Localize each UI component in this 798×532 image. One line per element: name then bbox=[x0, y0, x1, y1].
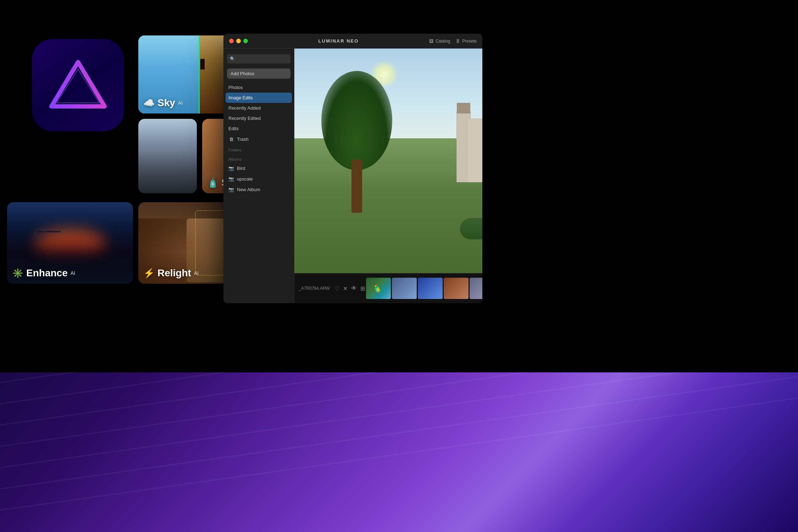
sidebar-item-upscale[interactable]: 📷 upscale bbox=[223, 173, 294, 184]
sidebar-edits-label: Edits bbox=[228, 126, 239, 131]
title-bar-actions: 🖼 Catalog 🎛 Presets bbox=[429, 39, 477, 44]
sidebar-trash-label: Trash bbox=[237, 137, 249, 142]
bird-album-label: Bird bbox=[237, 166, 245, 171]
castle-roof-left bbox=[457, 103, 470, 113]
favorite-icon[interactable]: ♡ bbox=[334, 285, 339, 292]
sky-icon: ☁️ bbox=[143, 98, 155, 109]
strip-thumbnails bbox=[366, 278, 482, 299]
photo-castle bbox=[453, 94, 482, 182]
app-icon bbox=[32, 39, 124, 131]
tree-trunk bbox=[351, 160, 362, 213]
search-bar[interactable]: 🔍 bbox=[227, 54, 290, 63]
sidebar: 🔍 Add Photos Photos Image Edits Recently… bbox=[223, 49, 294, 303]
window-content: 🔍 Add Photos Photos Image Edits Recently… bbox=[223, 49, 482, 303]
close-button[interactable] bbox=[229, 39, 234, 43]
presets-icon: 🎛 bbox=[456, 39, 460, 44]
albums-section-label: Albums bbox=[223, 154, 294, 163]
sidebar-item-photos[interactable]: Photos bbox=[223, 82, 294, 93]
castle-body bbox=[467, 118, 482, 182]
sidebar-item-edits[interactable]: Edits bbox=[223, 123, 294, 134]
sidebar-item-recently-added[interactable]: Recently Added bbox=[223, 103, 294, 113]
photo-area: _A7R0764.ARW ♡ ✕ 👁 ⊞ 25% bbox=[294, 49, 482, 303]
thumbnail-2[interactable] bbox=[392, 278, 417, 299]
sidebar-photos-label: Photos bbox=[228, 85, 243, 90]
new-album-label: New Album bbox=[237, 187, 260, 192]
window-controls[interactable] bbox=[229, 39, 248, 43]
sidebar-item-trash[interactable]: 🗑 Trash bbox=[223, 134, 294, 144]
hedge bbox=[460, 218, 482, 239]
photo-tree bbox=[321, 71, 392, 213]
enhance-label: ✳️ EnhanceAI bbox=[12, 267, 75, 279]
thumbnail-4[interactable] bbox=[444, 278, 469, 299]
presets-tab[interactable]: 🎛 Presets bbox=[456, 39, 477, 44]
bird-album-icon: 📷 bbox=[228, 165, 234, 171]
sky-label: ☁️ SkyAI bbox=[143, 97, 183, 109]
sidebar-item-bird[interactable]: 📷 Bird bbox=[223, 163, 294, 173]
luminar-window: LUMINAR NEO 🖼 Catalog 🎛 Presets 🔍 Add Ph… bbox=[223, 34, 482, 303]
minimize-button[interactable] bbox=[236, 39, 241, 43]
maximize-button[interactable] bbox=[243, 39, 248, 43]
layout-icon[interactable]: ⊞ bbox=[360, 285, 365, 292]
search-icon: 🔍 bbox=[230, 56, 235, 61]
skin-icon: 🧴 bbox=[207, 177, 218, 188]
lower-cards-container: ✳️ EnhanceAI ⚡ RelightAI bbox=[7, 202, 259, 284]
catalog-tab[interactable]: 🖼 Catalog bbox=[429, 39, 450, 44]
waterfall-card bbox=[138, 119, 197, 193]
enhance-card: ✳️ EnhanceAI bbox=[7, 202, 133, 284]
sidebar-item-image-edits[interactable]: Image Edits bbox=[226, 93, 292, 103]
thumbnail-3[interactable] bbox=[418, 278, 443, 299]
trash-icon: 🗑 bbox=[228, 136, 234, 142]
photo-scene bbox=[294, 49, 482, 273]
add-photos-label: Add Photos bbox=[231, 71, 254, 76]
folders-section-label: Folders bbox=[223, 144, 294, 154]
relight-icon: ⚡ bbox=[143, 268, 155, 279]
thumbnail-5[interactable] bbox=[470, 278, 482, 299]
thumbnail-1[interactable] bbox=[366, 278, 391, 299]
sidebar-recently-edited-label: Recently Edited bbox=[228, 116, 261, 121]
split-line bbox=[199, 35, 200, 113]
sidebar-recently-added-label: Recently Added bbox=[228, 105, 261, 111]
enhance-icon: ✳️ bbox=[12, 268, 23, 279]
upscale-album-icon: 📷 bbox=[228, 176, 234, 182]
background-lines bbox=[0, 372, 798, 532]
upscale-album-label: upscale bbox=[237, 176, 253, 182]
main-photo-display bbox=[294, 49, 482, 273]
strip-actions: ♡ ✕ 👁 ⊞ bbox=[334, 285, 365, 292]
filename: _A7R0764.ARW bbox=[299, 286, 330, 291]
eye-icon[interactable]: 👁 bbox=[351, 285, 357, 292]
sidebar-item-new-album[interactable]: 📷 New Album bbox=[223, 184, 294, 195]
photo-strip: _A7R0764.ARW ♡ ✕ 👁 ⊞ 25% bbox=[294, 273, 482, 303]
relight-label: ⚡ RelightAI bbox=[143, 267, 199, 279]
title-bar: LUMINAR NEO 🖼 Catalog 🎛 Presets bbox=[223, 34, 482, 49]
window-title: LUMINAR NEO bbox=[252, 38, 425, 44]
new-album-icon: 📷 bbox=[228, 187, 234, 192]
catalog-icon: 🖼 bbox=[429, 39, 433, 44]
sidebar-item-recently-edited[interactable]: Recently Edited bbox=[223, 113, 294, 123]
sidebar-image-edits-label: Image Edits bbox=[228, 95, 253, 100]
delete-icon[interactable]: ✕ bbox=[343, 285, 348, 292]
tree-canopy bbox=[321, 71, 392, 170]
add-photos-button[interactable]: Add Photos bbox=[227, 68, 290, 79]
